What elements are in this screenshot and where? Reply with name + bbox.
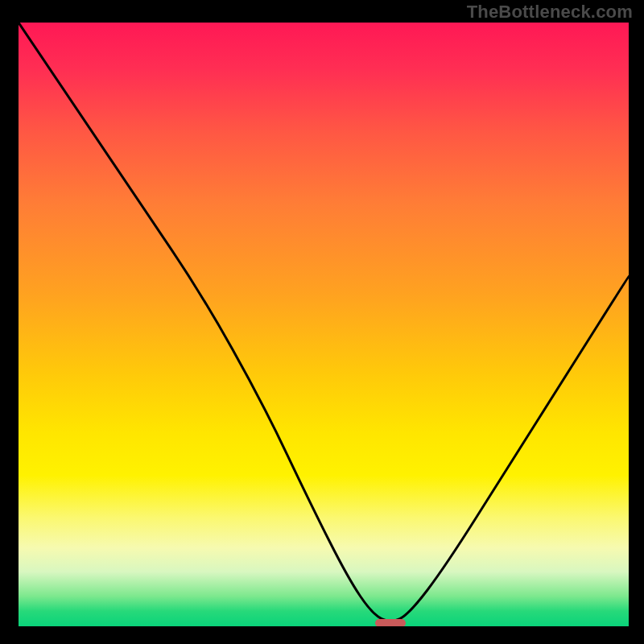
- watermark-text: TheBottleneck.com: [467, 2, 633, 23]
- bottleneck-curve: [19, 23, 629, 626]
- optimal-marker: [375, 619, 406, 626]
- plot-area: [19, 23, 629, 626]
- chart-stage: TheBottleneck.com: [0, 0, 644, 644]
